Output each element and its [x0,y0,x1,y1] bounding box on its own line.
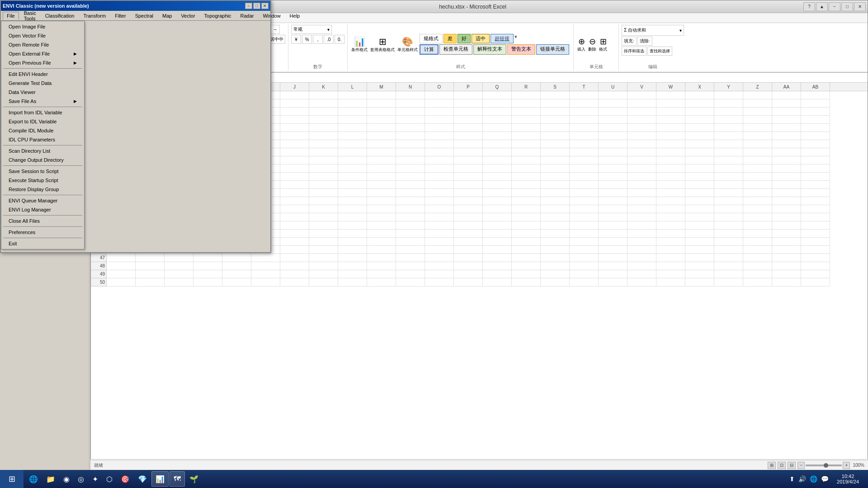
taskbar-item-envi[interactable]: 🗺 [170,471,185,487]
grid-cell[interactable] [714,148,743,156]
grid-cell[interactable] [454,189,483,197]
grid-cell[interactable] [367,148,396,156]
grid-cell[interactable] [309,124,338,132]
grid-cell[interactable] [251,262,280,270]
grid-cell[interactable] [656,262,685,270]
grid-cell[interactable] [107,270,136,278]
grid-cell[interactable] [599,181,627,189]
grid-cell[interactable] [541,140,570,148]
percent-btn[interactable]: % [302,35,312,44]
grid-cell[interactable] [280,164,309,173]
grid-cell[interactable] [772,230,801,238]
grid-cell[interactable] [801,230,830,238]
grid-cell[interactable] [627,173,656,181]
grid-cell[interactable] [656,132,685,140]
grid-cell[interactable] [454,213,483,221]
grid-cell[interactable] [801,278,830,286]
grid-cell[interactable] [512,213,541,221]
grid-cell[interactable] [714,246,743,254]
grid-cell[interactable] [743,270,772,278]
grid-cell[interactable] [367,156,396,164]
grid-cell[interactable] [772,181,801,189]
grid-cell[interactable] [801,173,830,181]
grid-cell[interactable] [743,213,772,221]
grid-cell[interactable] [193,262,222,270]
grid-cell[interactable] [309,173,338,181]
grid-cell[interactable] [656,230,685,238]
grid-cell[interactable] [685,205,714,213]
grid-cell[interactable] [801,116,830,124]
grid-cell[interactable] [338,230,367,238]
grid-cell[interactable] [801,108,830,116]
grid-cell[interactable] [512,91,541,99]
menu-scan-directory-list[interactable]: Scan Directory List [1,146,84,155]
grid-cell[interactable] [396,156,425,164]
grid-cell[interactable] [367,132,396,140]
grid-cell[interactable] [714,270,743,278]
grid-cell[interactable] [541,164,570,173]
grid-cell[interactable] [338,181,367,189]
menu-save-file-as[interactable]: Save File As▶ [1,97,84,106]
grid-cell[interactable] [338,132,367,140]
grid-cell[interactable] [743,278,772,286]
grid-cell[interactable] [454,156,483,164]
grid-cell[interactable] [599,213,627,221]
grid-cell[interactable] [193,270,222,278]
grid-cell[interactable] [656,238,685,246]
grid-cell[interactable] [570,148,599,156]
grid-cell[interactable] [743,262,772,270]
grid-cell[interactable] [454,270,483,278]
grid-cell[interactable] [454,108,483,116]
grid-cell[interactable] [714,99,743,108]
menu-preferences[interactable]: Preferences [1,228,84,237]
decrease-decimal-btn[interactable]: 0. [335,35,344,44]
grid-cell[interactable] [454,116,483,124]
grid-cell[interactable] [280,189,309,197]
grid-cell[interactable] [656,173,685,181]
grid-cell[interactable] [685,238,714,246]
grid-cell[interactable] [338,124,367,132]
grid-cell[interactable] [656,221,685,230]
grid-cell[interactable] [743,156,772,164]
grid-cell[interactable] [714,124,743,132]
grid-cell[interactable] [338,140,367,148]
grid-cell[interactable] [599,132,627,140]
grid-cell[interactable] [714,262,743,270]
grid-cell[interactable] [685,254,714,262]
grid-cell[interactable] [541,197,570,205]
grid-cell[interactable] [338,164,367,173]
find-select-btn[interactable]: 查找和选择 [647,47,672,56]
grid-cell[interactable] [396,197,425,205]
grid-cell[interactable] [801,238,830,246]
grid-cell[interactable] [280,213,309,221]
grid-cell[interactable] [309,91,338,99]
grid-cell[interactable] [599,140,627,148]
grid-cell[interactable] [570,270,599,278]
menu-export-idl-variable[interactable]: Export to IDL Variable [1,117,84,126]
grid-cell[interactable] [396,173,425,181]
grid-cell[interactable] [396,116,425,124]
grid-cell[interactable] [656,108,685,116]
grid-cell[interactable] [743,197,772,205]
grid-cell[interactable] [425,108,454,116]
grid-cell[interactable] [714,238,743,246]
grid-cell[interactable] [627,205,656,213]
grid-cell[interactable] [367,189,396,197]
grid-cell[interactable] [772,262,801,270]
grid-cell[interactable] [714,116,743,124]
menu-map[interactable]: Map [158,12,176,20]
grid-cell[interactable] [367,278,396,286]
grid-cell[interactable] [656,99,685,108]
grid-cell[interactable] [309,270,338,278]
grid-cell[interactable] [714,205,743,213]
grid-cell[interactable] [743,238,772,246]
grid-cell[interactable] [280,99,309,108]
grid-cell[interactable] [772,254,801,262]
grid-cell[interactable] [599,99,627,108]
grid-cell[interactable] [599,197,627,205]
menu-open-remote-file[interactable]: Open Remote File [1,40,84,49]
grid-cell[interactable] [280,221,309,230]
grid-cell[interactable] [338,108,367,116]
grid-cell[interactable] [483,148,512,156]
grid-cell[interactable] [193,254,222,262]
